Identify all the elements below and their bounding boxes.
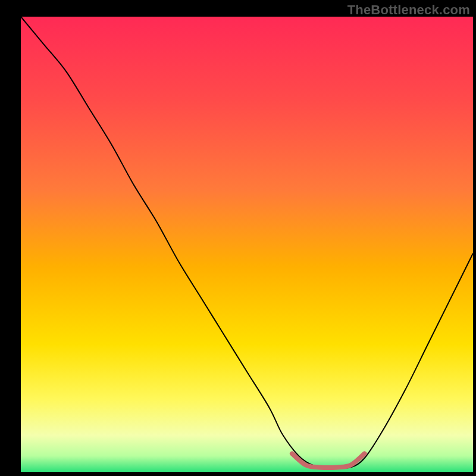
bottleneck-chart <box>0 0 476 476</box>
chart-stage: TheBottleneck.com <box>0 0 476 476</box>
plot-background <box>21 17 473 472</box>
watermark-text: TheBottleneck.com <box>347 2 470 18</box>
